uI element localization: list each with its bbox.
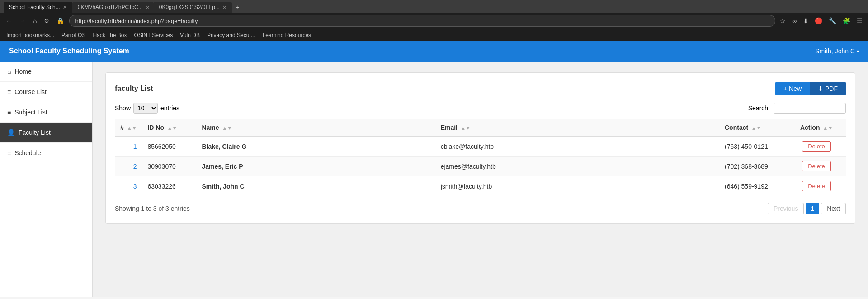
pdf-button[interactable]: ⬇ PDF — [810, 82, 846, 95]
bookmark-privacy[interactable]: Privacy and Secur... — [204, 32, 258, 39]
menu-icon[interactable]: ☰ — [855, 16, 864, 25]
nav-icons: ☆ ∞ ⬇ 🔴 🔧 🧩 ☰ — [778, 16, 864, 25]
subject-list-icon: ≡ — [7, 109, 11, 116]
col-header-contact[interactable]: Contact ▲▼ — [719, 119, 787, 137]
search-input[interactable] — [774, 103, 846, 114]
next-button[interactable]: Next — [821, 203, 846, 214]
nav-forward[interactable]: → — [17, 16, 28, 25]
page-1-button[interactable]: 1 — [806, 203, 819, 214]
content-card: faculty List + New ⬇ PDF Show 10 25 50 1… — [105, 72, 855, 224]
notification-icon[interactable]: 🔴 — [813, 16, 824, 25]
tab-close-1[interactable]: ✕ — [63, 5, 67, 10]
table-controls: Show 10 25 50 100 entries Search: — [115, 103, 846, 114]
sidebar-item-schedule[interactable]: ≡ Schedule — [0, 143, 92, 163]
nav-back[interactable]: ← — [4, 16, 14, 25]
cell-email: cblake@faculty.htb — [435, 136, 719, 157]
new-button[interactable]: + New — [775, 82, 810, 95]
sort-icon-contact: ▲▼ — [751, 125, 761, 131]
entries-label: entries — [160, 104, 179, 112]
bookmark-import[interactable]: Import bookmarks... — [4, 32, 57, 39]
show-label: Show — [115, 104, 131, 112]
search-label: Search: — [748, 104, 770, 112]
table-row: 2 30903070 James, Eric P ejames@faculty.… — [115, 157, 846, 176]
cell-num: 3 — [115, 176, 142, 196]
cell-num: 1 — [115, 136, 142, 157]
showing-entries-label: Showing 1 to 3 of 3 entries — [115, 205, 190, 212]
sidebar-item-home[interactable]: ⌂ Home — [0, 62, 92, 82]
bookmark-osint[interactable]: OSINT Services — [132, 32, 176, 39]
nav-shield[interactable]: 🔒 — [54, 16, 66, 25]
cell-contact: (702) 368-3689 — [719, 157, 787, 176]
show-entries: Show 10 25 50 100 entries — [115, 103, 179, 114]
tab-close-3[interactable]: ✕ — [222, 5, 226, 10]
col-header-action[interactable]: Action ▲▼ — [787, 119, 846, 137]
browser-nav: ← → ⌂ ↻ 🔒 ☆ ∞ ⬇ 🔴 🔧 🧩 ☰ — [0, 13, 868, 29]
address-bar[interactable] — [69, 15, 775, 27]
bookmark-htb[interactable]: Hack The Box — [90, 32, 129, 39]
sidebar-item-course-list[interactable]: ≡ Course List — [0, 82, 92, 102]
pagination: Previous 1 Next — [768, 203, 846, 214]
cell-action: Delete — [787, 136, 846, 157]
extensions-icon[interactable]: 🧩 — [841, 16, 852, 25]
new-tab-button[interactable]: + — [232, 2, 243, 13]
col-header-name[interactable]: Name ▲▼ — [196, 119, 435, 137]
cell-idno: 30903070 — [142, 157, 196, 176]
sidebar-item-label-course: Course List — [14, 88, 47, 95]
browser-tab-1[interactable]: School Faculty Sch... ✕ — [4, 2, 72, 13]
tab-label-2: 0KMVhAGpxd1ZhPCTcC... — [78, 4, 143, 10]
browser-chrome: School Faculty Sch... ✕ 0KMVhAGpxd1ZhPCT… — [0, 0, 868, 41]
cell-action: Delete — [787, 176, 846, 196]
cell-contact: (763) 450-0121 — [719, 136, 787, 157]
user-caret-icon: ▾ — [857, 49, 859, 54]
sidebar-item-label-home: Home — [14, 68, 31, 75]
bookmark-star-icon[interactable]: ☆ — [778, 16, 788, 25]
delete-button[interactable]: Delete — [802, 181, 831, 191]
cell-email: jsmith@faculty.htb — [435, 176, 719, 196]
table-footer: Showing 1 to 3 of 3 entries Previous 1 N… — [115, 203, 846, 214]
delete-button[interactable]: Delete — [802, 161, 831, 171]
table-row: 1 85662050 Blake, Claire G cblake@facult… — [115, 136, 846, 157]
user-menu[interactable]: Smith, John C ▾ — [815, 47, 859, 55]
tab-label-3: 0K0gqTX2S01S2/0ELp... — [159, 4, 220, 10]
faculty-list-icon: 👤 — [7, 129, 15, 136]
bookmark-vulndb[interactable]: Vuln DB — [177, 32, 203, 39]
bookmarks-bar: Import bookmarks... Parrot OS Hack The B… — [0, 29, 868, 41]
user-name: Smith, John C — [815, 47, 855, 55]
col-header-email[interactable]: Email ▲▼ — [435, 119, 719, 137]
sort-icon-email: ▲▼ — [461, 125, 471, 131]
bookmark-learning[interactable]: Learning Resources — [260, 32, 314, 39]
entries-select[interactable]: 10 25 50 100 — [133, 103, 158, 114]
col-header-hash[interactable]: # ▲▼ — [115, 119, 142, 137]
sidebar-item-subject-list[interactable]: ≡ Subject List — [0, 102, 92, 123]
tools-icon[interactable]: 🔧 — [827, 16, 838, 25]
sort-icon-hash: ▲▼ — [127, 125, 137, 131]
browser-tabs: School Faculty Sch... ✕ 0KMVhAGpxd1ZhPCT… — [0, 0, 868, 13]
browser-tab-2[interactable]: 0KMVhAGpxd1ZhPCTcC... ✕ — [72, 2, 154, 13]
nav-reload[interactable]: ↻ — [42, 16, 52, 25]
sidebar-item-label-subject: Subject List — [14, 109, 47, 116]
app-title: School Faculty Scheduling System — [9, 47, 129, 55]
col-header-idno[interactable]: ID No ▲▼ — [142, 119, 196, 137]
main-content: faculty List + New ⬇ PDF Show 10 25 50 1… — [93, 62, 868, 297]
home-icon: ⌂ — [7, 68, 11, 75]
delete-button[interactable]: Delete — [802, 141, 831, 152]
cell-email: ejames@faculty.htb — [435, 157, 719, 176]
cell-name: Smith, John C — [196, 176, 435, 196]
search-box: Search: — [748, 103, 846, 114]
prev-button[interactable]: Previous — [768, 203, 804, 214]
cell-contact: (646) 559-9192 — [719, 176, 787, 196]
nav-home[interactable]: ⌂ — [31, 16, 39, 25]
cell-idno: 85662050 — [142, 136, 196, 157]
cell-num: 2 — [115, 157, 142, 176]
reader-icon[interactable]: ∞ — [790, 16, 798, 25]
sidebar-item-faculty-list[interactable]: 👤 Faculty List — [0, 123, 92, 143]
download-icon[interactable]: ⬇ — [801, 16, 810, 25]
bookmark-parrot[interactable]: Parrot OS — [59, 32, 88, 39]
app-body: ⌂ Home ≡ Course List ≡ Subject List 👤 Fa… — [0, 62, 868, 297]
page-title: faculty List — [115, 85, 153, 93]
faculty-table: # ▲▼ ID No ▲▼ Name ▲▼ Email — [115, 119, 846, 196]
browser-tab-3[interactable]: 0K0gqTX2S01S2/0ELp... ✕ — [154, 2, 232, 13]
tab-close-2[interactable]: ✕ — [146, 5, 150, 10]
tab-label-1: School Faculty Sch... — [9, 4, 60, 10]
table-row: 3 63033226 Smith, John C jsmith@faculty.… — [115, 176, 846, 196]
